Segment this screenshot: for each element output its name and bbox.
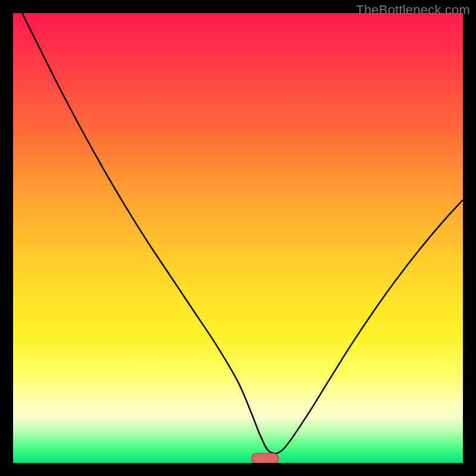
curve-layer xyxy=(13,13,463,463)
plot-area xyxy=(13,13,463,463)
watermark-text: TheBottleneck.com xyxy=(356,2,470,18)
optimum-marker xyxy=(252,453,278,463)
bottleneck-curve xyxy=(22,13,463,453)
chart-frame: TheBottleneck.com xyxy=(0,0,476,476)
